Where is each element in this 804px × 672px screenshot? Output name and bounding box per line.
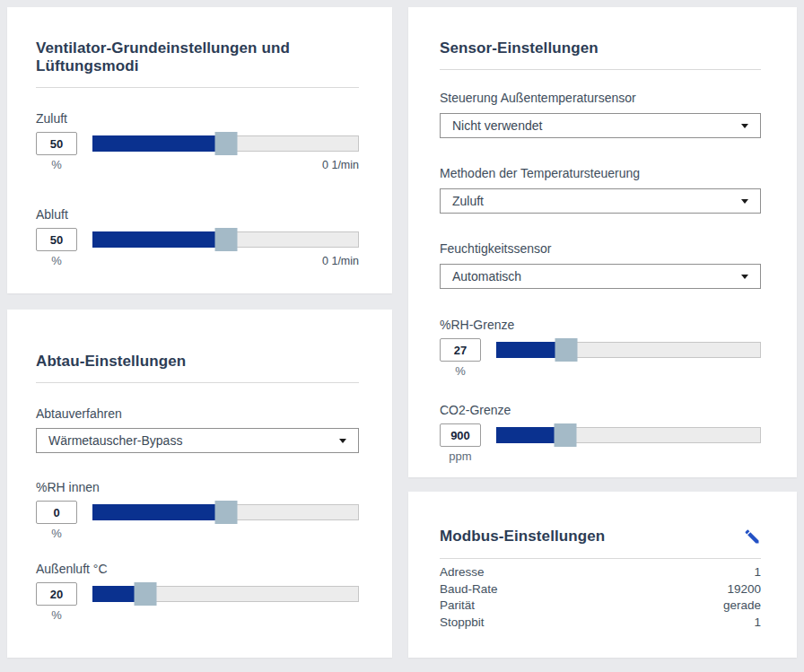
modbus-table: Adresse 1 Baud-Rate 19200 Parität gerade… [440, 564, 761, 631]
slider-handle[interactable] [214, 501, 237, 524]
abluft-unit-row: % 0 1/min [36, 254, 359, 267]
row-value: 1 [754, 615, 761, 632]
select-value: Wärmetauscher-Bypass [48, 433, 182, 448]
row-label: Parität [440, 598, 475, 615]
slider-handle[interactable] [554, 423, 576, 447]
aussenluft-value-input[interactable]: 20 [36, 582, 77, 606]
abtauverfahren-select[interactable]: Wärmetauscher-Bypass [36, 428, 359, 453]
slider-label-aussenluft: Außenluft °C [36, 562, 359, 577]
co2-grenze-unit-row: ppm [440, 449, 761, 463]
slider-handle[interactable] [214, 228, 237, 251]
panel-title-modbus: Modbus-Einstellungen [440, 528, 605, 545]
panel-fan-settings: Ventilator-Grundeinstellungen und Lüftun… [7, 7, 392, 293]
rpm-readout: 0 1/min [77, 159, 359, 171]
chevron-down-icon [741, 199, 748, 204]
slider-track[interactable] [92, 586, 359, 602]
abluft-value-input[interactable]: 50 [36, 228, 77, 251]
slider-row-rh-innen: 0 [36, 501, 359, 524]
edit-modbus-button[interactable] [743, 528, 761, 545]
slider-fill [92, 231, 225, 248]
slider-label-rh-grenze: %RH-Grenze [440, 318, 761, 333]
table-row: Stoppbit 1 [440, 615, 761, 632]
feuchtigkeitssensor-select[interactable]: Automatisch [440, 264, 761, 289]
left-column: Ventilator-Grundeinstellungen und Lüftun… [7, 7, 392, 658]
unit-label: % [440, 364, 481, 378]
slider-row-co2-grenze: 900 [440, 423, 761, 447]
unit-label: % [36, 608, 77, 622]
modbus-title-row: Modbus-Einstellungen [440, 528, 761, 545]
rh-innen-value-input[interactable]: 0 [36, 501, 77, 524]
slider-row-abluft: 50 [36, 228, 359, 251]
chevron-down-icon [741, 124, 748, 128]
unit-label: ppm [440, 449, 481, 463]
slider-row-rh-grenze: 27 [440, 338, 761, 362]
slider-handle[interactable] [135, 582, 157, 606]
aussenluft-slider[interactable] [92, 582, 359, 606]
slider-track[interactable] [496, 342, 761, 358]
unit-label: % [36, 158, 77, 171]
co2-grenze-value-input[interactable]: 900 [440, 423, 481, 447]
rh-grenze-slider[interactable] [496, 338, 761, 362]
rpm-readout: 0 1/min [77, 255, 359, 267]
aussenluft-unit-row: % [36, 608, 359, 622]
zuluft-unit-row: % 0 1/min [36, 158, 359, 171]
chevron-down-icon [741, 275, 748, 279]
slider-track[interactable] [496, 427, 761, 443]
select-value: Nicht verwendet [452, 118, 542, 133]
row-value: gerade [723, 598, 761, 615]
row-label: Baud-Rate [440, 581, 498, 598]
dropdown-label-feuchtigkeitssensor: Feuchtigkeitssensor [440, 241, 761, 257]
chevron-down-icon [339, 439, 346, 443]
slider-label-rh-innen: %RH innen [36, 480, 359, 495]
slider-fill [92, 135, 225, 152]
panel-defrost-settings: Abtau-Einstellungen Abtauverfahren Wärme… [7, 310, 392, 658]
slider-handle[interactable] [555, 338, 578, 362]
row-value: 19200 [727, 581, 761, 598]
dropdown-label-abtauverfahren: Abtauverfahren [36, 406, 359, 422]
row-label: Stoppbit [440, 615, 485, 632]
dropdown-label-temperatursteuerung: Methoden der Temperatursteuerung [440, 166, 761, 181]
divider [440, 69, 761, 70]
right-column: Sensor-Einstellungen Steuerung Außentemp… [408, 7, 797, 658]
row-value: 1 [754, 564, 761, 581]
unit-label: % [36, 254, 77, 267]
panel-title-defrost: Abtau-Einstellungen [36, 353, 359, 371]
select-value: Zuluft [452, 194, 484, 208]
panel-title-sensor: Sensor-Einstellungen [440, 39, 761, 57]
unit-label: % [36, 527, 77, 540]
rh-innen-unit-row: % [36, 527, 359, 540]
panel-title-fan: Ventilator-Grundeinstellungen und Lüftun… [36, 39, 359, 75]
table-row: Baud-Rate 19200 [440, 581, 761, 598]
rh-innen-slider[interactable] [92, 501, 359, 524]
row-label: Adresse [440, 564, 485, 581]
zuluft-value-input[interactable]: 50 [36, 132, 77, 155]
rh-grenze-value-input[interactable]: 27 [440, 338, 481, 362]
pencil-icon [743, 528, 761, 545]
slider-fill [92, 504, 225, 520]
aussentemperatursensor-select[interactable]: Nicht verwendet [440, 113, 761, 138]
divider [36, 87, 359, 88]
slider-row-zuluft: 50 [36, 132, 359, 155]
slider-label-co2-grenze: CO2-Grenze [440, 403, 761, 418]
panel-modbus-settings: Modbus-Einstellungen Adresse 1 Baud-Rate… [408, 492, 797, 658]
slider-label-zuluft: Zuluft [36, 111, 359, 127]
divider [440, 558, 761, 559]
table-row: Adresse 1 [440, 564, 761, 581]
rh-grenze-unit-row: % [440, 364, 761, 378]
select-value: Automatisch [452, 269, 521, 284]
slider-handle[interactable] [214, 132, 237, 155]
table-row: Parität gerade [440, 598, 761, 615]
divider [36, 382, 359, 383]
panel-sensor-settings: Sensor-Einstellungen Steuerung Außentemp… [408, 7, 797, 477]
slider-row-aussenluft: 20 [36, 582, 359, 606]
dropdown-label-aussentemperatursensor: Steuerung Außentemperatursensor [440, 91, 761, 106]
zuluft-slider[interactable] [92, 132, 359, 155]
abluft-slider[interactable] [92, 228, 359, 251]
co2-grenze-slider[interactable] [496, 423, 761, 447]
temperatursteuerung-select[interactable]: Zuluft [440, 188, 761, 214]
slider-label-abluft: Abluft [36, 207, 359, 223]
settings-page: Ventilator-Grundeinstellungen und Lüftun… [0, 0, 804, 665]
